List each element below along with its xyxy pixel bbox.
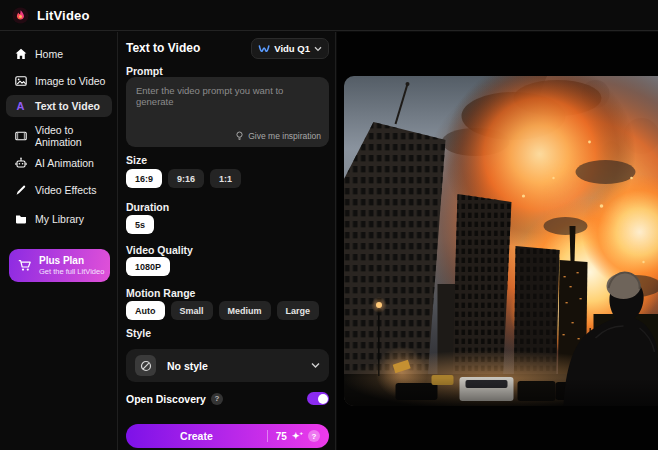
motion-option-medium[interactable]: Medium <box>219 301 271 320</box>
sidebar-item-label: Video to Animation <box>35 124 112 148</box>
sidebar-item-image-to-video[interactable]: Image to Video <box>6 71 112 91</box>
credit-cost: 75 <box>276 431 287 442</box>
panel-title: Text to Video <box>126 41 200 55</box>
video-quality-label: Video Quality <box>126 244 193 256</box>
sidebar-item-video-to-animation[interactable]: Video to Animation <box>6 126 112 146</box>
sidebar-item-label: Video Effects <box>35 184 97 196</box>
plus-plan-card[interactable]: Plus Plan Get the full LitVideo <box>9 249 110 282</box>
image-icon <box>14 75 27 88</box>
home-icon <box>14 48 27 61</box>
size-option-1-1[interactable]: 1:1 <box>210 169 241 188</box>
app-title: LitVideo <box>37 8 90 23</box>
duration-options: 5s <box>126 215 154 234</box>
sidebar-item-label: Image to Video <box>35 75 105 87</box>
duration-option-5s[interactable]: 5s <box>126 215 154 234</box>
plus-plan-title: Plus Plan <box>39 255 104 267</box>
toggle-knob <box>318 394 328 404</box>
style-selected-value: No style <box>167 360 208 372</box>
sidebar-item-my-library[interactable]: My Library <box>6 209 112 229</box>
quality-options: 1080P <box>126 257 170 276</box>
size-option-9-16[interactable]: 9:16 <box>168 169 204 188</box>
sparkle-icon: ✦+ <box>292 429 303 441</box>
motion-option-small[interactable]: Small <box>171 301 213 320</box>
top-bar: LitVideo <box>0 0 658 31</box>
prompt-label: Prompt <box>126 65 163 77</box>
sidebar-item-video-effects[interactable]: Video Effects <box>6 180 112 200</box>
style-label: Style <box>126 327 151 339</box>
size-label: Size <box>126 154 147 166</box>
duration-label: Duration <box>126 201 169 213</box>
quality-option-1080p[interactable]: 1080P <box>126 257 170 276</box>
create-help-icon[interactable]: ? <box>308 430 320 442</box>
city-fire-scene <box>344 76 658 406</box>
open-discovery-row: Open Discovery ? <box>126 392 329 405</box>
prompt-box: Give me inspiration <box>126 77 329 147</box>
pen-icon <box>14 184 27 197</box>
chevron-down-icon <box>314 46 322 52</box>
no-style-icon <box>135 355 156 376</box>
motion-option-large[interactable]: Large <box>277 301 320 320</box>
style-selector[interactable]: No style <box>126 349 329 382</box>
sidebar: Home Image to Video A Text to Video Vide… <box>0 32 118 450</box>
sidebar-item-home[interactable]: Home <box>6 44 112 64</box>
size-options: 16:9 9:16 1:1 <box>126 169 241 188</box>
size-option-16-9[interactable]: 16:9 <box>126 169 162 188</box>
motion-option-auto[interactable]: Auto <box>126 301 165 320</box>
logo-flame-icon <box>12 7 29 24</box>
open-discovery-label: Open Discovery <box>126 393 206 405</box>
sidebar-item-text-to-video[interactable]: A Text to Video <box>6 95 112 117</box>
plus-plan-subtitle: Get the full LitVideo <box>39 267 104 276</box>
folder-icon <box>14 213 27 226</box>
sidebar-item-label: AI Animation <box>35 157 94 169</box>
model-name: Vidu Q1 <box>274 43 310 54</box>
text-to-video-panel: Text to Video Vidu Q1 Prompt Give me ins… <box>119 32 336 450</box>
vidu-logo-icon <box>258 43 270 55</box>
sidebar-item-label: My Library <box>35 213 84 225</box>
sidebar-item-label: Home <box>35 48 63 60</box>
robot-icon <box>14 157 27 170</box>
open-discovery-toggle[interactable] <box>307 392 329 405</box>
create-button[interactable]: Create 75 ✦+ ? <box>126 424 329 448</box>
motion-options: Auto Small Medium Large <box>126 301 319 320</box>
text-letter-icon: A <box>14 100 27 113</box>
create-label: Create <box>126 430 267 442</box>
chevron-down-icon <box>311 362 320 369</box>
litvideo-app: LitVideo Home Image to Video A Text to V… <box>0 0 658 450</box>
inspiration-button[interactable]: Give me inspiration <box>235 131 321 141</box>
model-selector[interactable]: Vidu Q1 <box>251 38 329 59</box>
discovery-help-icon[interactable]: ? <box>211 393 223 405</box>
cart-icon <box>18 259 32 273</box>
preview-stage <box>337 32 658 450</box>
film-icon <box>14 130 27 143</box>
sidebar-item-label: Text to Video <box>35 100 100 112</box>
inspiration-label: Give me inspiration <box>248 131 321 141</box>
bulb-icon <box>235 131 244 141</box>
sidebar-item-ai-animation[interactable]: AI Animation <box>6 153 112 173</box>
generated-video-preview[interactable] <box>344 76 658 406</box>
motion-range-label: Motion Range <box>126 287 195 299</box>
